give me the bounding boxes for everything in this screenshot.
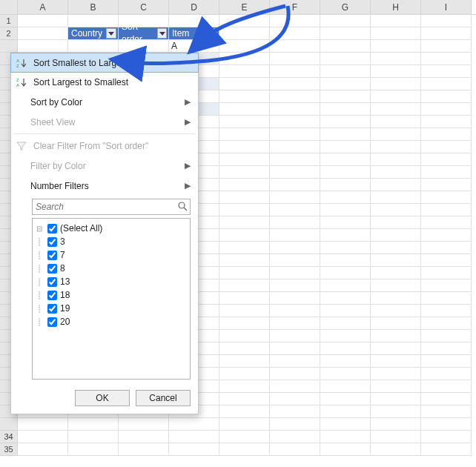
cell[interactable] <box>219 305 270 317</box>
cell[interactable] <box>270 204 320 216</box>
cell[interactable] <box>270 393 320 405</box>
cell[interactable] <box>219 405 270 418</box>
cell[interactable] <box>320 15 371 27</box>
cell[interactable] <box>320 166 371 179</box>
cell[interactable] <box>320 368 371 380</box>
cell[interactable] <box>371 380 421 393</box>
cell[interactable] <box>421 342 472 355</box>
cell[interactable] <box>270 191 320 204</box>
cell[interactable] <box>219 342 270 355</box>
cell[interactable] <box>421 330 472 342</box>
cell[interactable] <box>219 166 270 179</box>
cell[interactable] <box>320 292 371 305</box>
cell[interactable] <box>320 191 371 204</box>
cell[interactable] <box>421 405 472 418</box>
row-head[interactable]: 34 <box>0 431 18 443</box>
cell[interactable] <box>68 15 119 27</box>
row-head[interactable]: 2 <box>0 27 18 40</box>
cell[interactable] <box>320 380 371 393</box>
cell[interactable] <box>219 128 270 141</box>
cell[interactable] <box>219 317 270 330</box>
cell[interactable] <box>18 27 68 40</box>
cell[interactable] <box>371 292 421 305</box>
cell[interactable] <box>270 292 320 305</box>
cell[interactable] <box>421 27 472 40</box>
cell[interactable] <box>219 216 270 229</box>
cell[interactable] <box>320 179 371 191</box>
cell[interactable] <box>320 153 371 166</box>
cell[interactable] <box>421 229 472 242</box>
col-head-f[interactable]: F <box>270 0 320 14</box>
cell[interactable] <box>371 15 421 27</box>
cell[interactable] <box>421 292 472 305</box>
cell[interactable] <box>219 380 270 393</box>
cell[interactable] <box>421 305 472 317</box>
search-input[interactable] <box>32 199 191 215</box>
cell[interactable] <box>270 317 320 330</box>
cell[interactable] <box>371 216 421 229</box>
cell[interactable] <box>421 15 472 27</box>
cell[interactable] <box>270 166 320 179</box>
checkbox[interactable] <box>47 304 57 314</box>
cell[interactable] <box>270 267 320 279</box>
cell[interactable] <box>270 141 320 153</box>
cell[interactable] <box>270 418 320 431</box>
checkbox[interactable] <box>47 237 57 247</box>
cell[interactable] <box>421 128 472 141</box>
cell[interactable] <box>320 330 371 342</box>
cell[interactable] <box>320 204 371 216</box>
filter-check-item[interactable]: ┊20 <box>34 315 188 328</box>
cell[interactable] <box>421 166 472 179</box>
filter-dropdown-icon[interactable] <box>157 28 167 39</box>
cell[interactable] <box>320 216 371 229</box>
cell[interactable] <box>371 27 421 40</box>
cell[interactable] <box>320 305 371 317</box>
cell[interactable] <box>320 279 371 292</box>
cell[interactable] <box>18 418 68 431</box>
cell[interactable] <box>371 229 421 242</box>
cell[interactable] <box>371 153 421 166</box>
number-filters[interactable]: Number Filters ▶ <box>11 176 198 196</box>
sort-ascending[interactable]: AZ Sort Smallest to Largest <box>10 53 199 73</box>
row-head[interactable] <box>0 40 18 53</box>
cell[interactable] <box>270 27 320 40</box>
checkbox[interactable] <box>47 277 57 287</box>
cell[interactable] <box>320 242 371 254</box>
cell[interactable] <box>371 393 421 405</box>
cell[interactable] <box>219 418 270 431</box>
col-head-h[interactable]: H <box>371 0 421 14</box>
cell[interactable] <box>270 405 320 418</box>
row-head[interactable] <box>0 418 18 431</box>
cell[interactable] <box>371 191 421 204</box>
cell[interactable] <box>320 342 371 355</box>
select-all-corner[interactable] <box>0 0 18 14</box>
cell[interactable] <box>320 355 371 368</box>
cell[interactable] <box>219 355 270 368</box>
cell[interactable] <box>18 15 68 27</box>
cell[interactable] <box>219 368 270 380</box>
cell[interactable] <box>270 342 320 355</box>
cell[interactable] <box>270 305 320 317</box>
cell-item[interactable]: A <box>169 40 219 53</box>
sort-descending[interactable]: ZA Sort Largest to Smallest <box>11 72 198 92</box>
cell[interactable] <box>421 153 472 166</box>
cell[interactable] <box>219 229 270 242</box>
cell[interactable] <box>270 242 320 254</box>
cell[interactable] <box>270 229 320 242</box>
checkbox[interactable] <box>47 251 57 260</box>
cell[interactable] <box>219 15 270 27</box>
filter-dropdown-icon[interactable] <box>106 28 116 39</box>
row-head[interactable]: 35 <box>0 443 18 456</box>
filter-check-item[interactable]: ┊7 <box>34 248 188 262</box>
cell[interactable] <box>421 418 472 431</box>
sort-by-color[interactable]: Sort by Color ▶ <box>11 92 198 112</box>
filter-check-item[interactable]: ┊19 <box>34 302 188 315</box>
cell[interactable] <box>371 179 421 191</box>
cell[interactable] <box>270 153 320 166</box>
checkbox[interactable] <box>47 224 57 234</box>
cell[interactable] <box>421 204 472 216</box>
cell[interactable] <box>421 179 472 191</box>
cell[interactable] <box>371 330 421 342</box>
cell[interactable] <box>371 355 421 368</box>
cell[interactable] <box>320 393 371 405</box>
